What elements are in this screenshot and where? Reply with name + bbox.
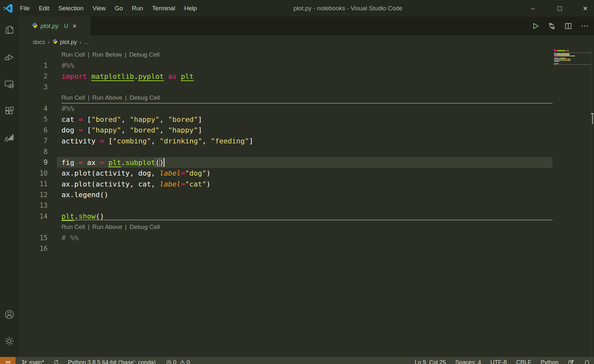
- codelens-row: Run Cell|Run Below|Debug Cell: [61, 49, 160, 60]
- code-line-1[interactable]: 1#%%: [19, 60, 553, 71]
- extensions-icon[interactable]: [2, 104, 17, 119]
- notifications-bell-icon[interactable]: [584, 359, 590, 364]
- settings-gear-icon[interactable]: [2, 333, 17, 349]
- code-line-13[interactable]: 13: [19, 200, 553, 211]
- line-number[interactable]: 8: [19, 148, 48, 156]
- split-editor-icon[interactable]: [563, 21, 574, 32]
- codelens-link-debug-cell[interactable]: Debug Cell: [130, 223, 160, 231]
- minimap-line: [554, 60, 571, 61]
- codelens-link-run-below[interactable]: Run Below: [92, 51, 122, 58]
- eol-item[interactable]: CRLF: [516, 359, 531, 364]
- line-number[interactable]: 1: [19, 62, 48, 69]
- account-icon[interactable]: [2, 307, 17, 322]
- feedback-icon[interactable]: [568, 359, 574, 364]
- code-line-16[interactable]: 16: [19, 243, 553, 254]
- breadcrumb-file[interactable]: plot.py: [60, 39, 77, 46]
- line-number[interactable]: 12: [19, 191, 48, 199]
- language-mode-item[interactable]: Python: [541, 359, 559, 364]
- line-number[interactable]: 7: [19, 137, 48, 145]
- code-line-2[interactable]: 2import matplotlib.pyplot as plt: [19, 71, 553, 82]
- menu-terminal[interactable]: Terminal: [148, 3, 180, 14]
- maximize-button[interactable]: [547, 0, 572, 17]
- overview-ruler[interactable]: [591, 49, 591, 357]
- line-number[interactable]: 9: [19, 159, 48, 166]
- token: =: [100, 159, 104, 167]
- line-number[interactable]: 13: [19, 202, 48, 209]
- token: (: [155, 159, 159, 167]
- token: "happy": [91, 126, 121, 134]
- encoding-item[interactable]: UTF-8: [490, 359, 507, 364]
- git-branch-item[interactable]: main*: [21, 359, 44, 364]
- menu-go[interactable]: Go: [110, 3, 127, 14]
- codelens-link-debug-cell[interactable]: Debug Cell: [130, 94, 160, 101]
- code-line-8[interactable]: 8: [19, 146, 553, 157]
- codelens-link-run-above[interactable]: Run Above: [92, 223, 122, 231]
- codelens-link-debug-cell[interactable]: Debug Cell: [129, 51, 160, 58]
- run-python-file-icon[interactable]: [530, 21, 541, 32]
- breadcrumb-symbol-more[interactable]: ...: [84, 39, 89, 46]
- menu-selection[interactable]: Selection: [54, 3, 88, 14]
- tab-plot-py[interactable]: plot.py U ✕: [19, 17, 90, 35]
- explorer-icon[interactable]: [2, 22, 17, 38]
- token: plt: [61, 212, 74, 220]
- code-text: plt.show(): [61, 212, 104, 220]
- codelens-separator: |: [125, 223, 127, 231]
- run-and-debug-icon[interactable]: [2, 49, 17, 65]
- code-line-4[interactable]: 4#%%: [19, 103, 553, 114]
- codelens-link-run-cell[interactable]: Run Cell: [61, 94, 85, 101]
- code-line-3[interactable]: 3: [19, 82, 553, 93]
- token: .: [121, 159, 125, 167]
- code-line-12[interactable]: 12ax.legend(): [19, 189, 553, 200]
- menu-help[interactable]: Help: [180, 3, 201, 14]
- code-line-15[interactable]: 15# %%: [19, 232, 553, 243]
- line-number[interactable]: 10: [19, 169, 48, 177]
- open-changes-icon[interactable]: [546, 21, 557, 32]
- token: #%%: [61, 61, 74, 69]
- code-line-6[interactable]: 6dog = ["happy", "bored", "happy"]: [19, 125, 553, 136]
- codelens-separator: |: [88, 223, 89, 231]
- code-line-7[interactable]: 7activity = ["combing", "drinking", "fee…: [19, 135, 553, 146]
- more-actions-icon[interactable]: [579, 21, 590, 32]
- code-line-5[interactable]: 5cat = ["bored", "happy", "bored"]: [19, 114, 553, 125]
- menu-edit[interactable]: Edit: [34, 3, 54, 14]
- close-tab-icon[interactable]: ✕: [72, 23, 77, 29]
- codelens-link-run-cell[interactable]: Run Cell: [61, 51, 85, 58]
- line-number[interactable]: 3: [19, 83, 48, 91]
- remote-indicator[interactable]: ><: [0, 357, 15, 364]
- problems-item[interactable]: 0 0: [166, 359, 190, 364]
- code-text: cat = ["bored", "happy", "bored"]: [61, 115, 202, 123]
- code-line-9[interactable]: 9fig = ax = plt.subplot(): [19, 157, 553, 168]
- line-number[interactable]: 4: [19, 105, 48, 113]
- line-number[interactable]: 11: [19, 180, 48, 188]
- code-line-10[interactable]: 10ax.plot(activity, dog, label="dog"): [19, 168, 553, 179]
- sync-changes-item[interactable]: [53, 359, 59, 364]
- vscode-logo-icon: [3, 4, 13, 13]
- code-editor[interactable]: Run Cell|Run Below|Debug Cell1#%%2import…: [19, 49, 594, 357]
- triangle-extension-icon[interactable]: [2, 130, 17, 145]
- line-number[interactable]: 15: [19, 234, 48, 242]
- line-number[interactable]: 2: [19, 72, 48, 80]
- cursor-position-item[interactable]: Ln 9, Col 25: [415, 359, 446, 364]
- python-interpreter-item[interactable]: Python 3.8.5 64-bit ('base': conda): [68, 359, 156, 364]
- menu-run[interactable]: Run: [127, 3, 148, 14]
- line-number[interactable]: 16: [19, 245, 48, 252]
- code-text: ax.legend(): [61, 191, 108, 199]
- indentation-item[interactable]: Spaces: 4: [455, 359, 481, 364]
- menu-file[interactable]: File: [15, 3, 34, 14]
- tab-strip: plot.py U ✕: [19, 17, 594, 35]
- line-number[interactable]: 5: [19, 115, 48, 123]
- line-number[interactable]: 14: [19, 213, 48, 220]
- line-number[interactable]: 6: [19, 126, 48, 134]
- remote-explorer-icon[interactable]: [2, 77, 17, 92]
- codelens-link-run-cell[interactable]: Run Cell: [61, 223, 85, 231]
- breadcrumb-folder[interactable]: docs: [33, 39, 45, 46]
- menu-view[interactable]: View: [88, 3, 110, 14]
- code-line-11[interactable]: 11ax.plot(activity, cat, label="cat"): [19, 178, 553, 189]
- token: # %%: [61, 234, 79, 242]
- python-file-icon: [32, 22, 38, 30]
- minimize-button[interactable]: –: [520, 0, 545, 17]
- minimap[interactable]: [553, 49, 591, 78]
- codelens-link-run-above[interactable]: Run Above: [92, 94, 122, 101]
- close-window-button[interactable]: ✕: [573, 0, 594, 17]
- code-text: fig = ax = plt.subplot(): [61, 158, 164, 167]
